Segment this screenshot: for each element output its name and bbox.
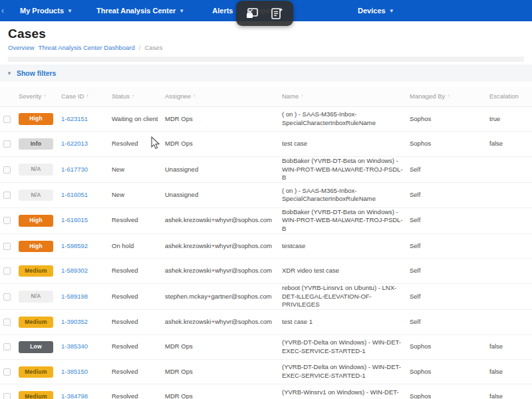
column-header-escalation[interactable]: Escalation — [489, 92, 532, 101]
row-checkbox[interactable] — [3, 293, 11, 301]
name-cell: ( on ) - SAAS-M365-Inbox-SpecialCharacte… — [282, 187, 410, 204]
status-cell: Resolved — [112, 293, 165, 301]
row-checkbox[interactable] — [3, 343, 11, 350]
case-id-cell: 1-617730 — [61, 166, 112, 174]
severity-cell: Medium — [19, 391, 61, 399]
row-checkbox[interactable] — [3, 166, 11, 174]
nav-item-devices[interactable]: Devices ▼ — [358, 7, 394, 15]
severity-cell: Medium — [19, 366, 61, 378]
status-cell: Resolved — [112, 267, 165, 275]
column-header-assignee[interactable]: Assignee↑ — [165, 92, 282, 101]
row-checkbox[interactable] — [3, 217, 11, 224]
severity-badge: Low — [19, 341, 53, 352]
case-id-link[interactable]: 1-617730 — [61, 166, 88, 173]
column-header-severity[interactable]: Severity↑ — [19, 92, 61, 101]
case-id-cell: 1-616015 — [61, 216, 112, 225]
case-id-link[interactable]: 1-384798 — [61, 392, 88, 399]
row-checkbox-cell — [0, 393, 19, 399]
managed-by-cell: Sophos — [410, 342, 489, 351]
column-header-case-id[interactable]: Case ID↑ — [61, 92, 112, 101]
column-header-name[interactable]: Name↑ — [282, 92, 410, 101]
row-checkbox[interactable] — [3, 140, 11, 148]
name-cell: (YVRB-DT-Delta on Windows) - WIN-DET-EXE… — [282, 338, 410, 356]
chevron-left-icon[interactable]: ‹ — [1, 6, 11, 15]
cases-table: Severity↑ Case ID↑ Status↑ Assignee↑ Nam… — [0, 87, 532, 399]
managed-by-cell: Self — [410, 318, 489, 327]
nav-item-threat-analysis-center[interactable]: Threat Analysis Center ▼ — [96, 7, 184, 15]
table-header-row: Severity↑ Case ID↑ Status↑ Assignee↑ Nam… — [0, 87, 532, 107]
case-id-link[interactable]: 1-623151 — [61, 115, 88, 122]
assignee-cell: stephen.mckay+gartner@sophos.com — [165, 293, 282, 301]
row-checkbox[interactable] — [3, 243, 11, 250]
nav-item-alerts[interactable]: Alerts — [212, 7, 233, 15]
case-id-cell: 1-385150 — [61, 368, 112, 376]
case-id-cell: 1-589302 — [61, 267, 112, 275]
name-cell: BobBaker (YVRB-DT-Beta on Windows) - WIN… — [282, 157, 410, 182]
status-cell: Resolved — [112, 368, 165, 376]
column-header-status[interactable]: Status↑ — [112, 92, 165, 101]
case-id-link[interactable]: 1-622013 — [61, 140, 88, 147]
table-row: High1-623151Waiting on clientMDR Ops( on… — [0, 107, 532, 132]
severity-cell: Medium — [19, 317, 61, 328]
row-checkbox[interactable] — [3, 319, 11, 326]
table-row: Low1-385340ResolvedMDR Ops(YVRB-DT-Delta… — [0, 335, 532, 360]
case-id-link[interactable]: 1-616015 — [61, 216, 88, 223]
table-row: High1-616015Resolvedashek.krezowski+whyv… — [0, 208, 532, 234]
page-title: Cases — [8, 27, 524, 41]
managed-by-cell: Sophos — [410, 140, 489, 148]
name-cell: (YVRB-DT-Delta on Windows) - WIN-DET-EXE… — [282, 363, 410, 380]
case-id-link[interactable]: 1-589302 — [61, 267, 88, 274]
row-checkbox-cell — [0, 217, 19, 224]
severity-cell: High — [19, 113, 61, 124]
row-checkbox[interactable] — [3, 267, 11, 275]
row-checkbox[interactable] — [3, 116, 11, 123]
column-header-managed-by[interactable]: Managed By↑ — [410, 92, 489, 101]
sort-icon: ↑ — [193, 93, 196, 100]
show-filters-toggle[interactable]: Show filters — [17, 69, 57, 77]
severity-badge: N/A — [19, 190, 53, 201]
screen-share-icon[interactable] — [246, 7, 259, 19]
breadcrumb-link-overview[interactable]: Overview — [8, 44, 35, 51]
name-cell: test case — [282, 140, 410, 148]
case-id-link[interactable]: 1-616051 — [61, 191, 88, 198]
case-id-link[interactable]: 1-390352 — [61, 318, 88, 325]
row-checkbox-cell — [0, 343, 19, 350]
managed-by-cell: Self — [410, 166, 489, 174]
nav-item-my-products[interactable]: My Products ▼ — [20, 7, 72, 15]
table-row: High1-598592On holdashek.krezowski+whyvr… — [0, 234, 532, 259]
row-checkbox[interactable] — [3, 192, 11, 199]
table-row: Info1-622013ResolvedMDR Opstest caseSoph… — [0, 132, 532, 156]
row-checkbox-cell — [0, 368, 19, 376]
case-id-link[interactable]: 1-598592 — [61, 242, 88, 249]
case-id-link[interactable]: 1-589198 — [61, 293, 88, 300]
breadcrumb-separator: / — [139, 44, 141, 51]
chevron-down-icon: ▼ — [67, 8, 72, 14]
status-cell: On hold — [112, 242, 165, 251]
case-id-cell: 1-589198 — [61, 293, 112, 301]
status-cell: New — [112, 166, 165, 174]
filters-bar: ▼ Show filters — [0, 65, 532, 82]
case-id-cell: 1-384798 — [61, 392, 112, 399]
severity-badge: High — [19, 113, 53, 124]
severity-cell: Medium — [19, 265, 61, 277]
severity-badge: Info — [19, 138, 53, 150]
assignee-cell: Unassigned — [165, 191, 282, 200]
name-cell: reboot (YVRB-Linsrv1 on Ubuntu) - LNX-DE… — [282, 284, 410, 309]
row-checkbox[interactable] — [3, 393, 11, 399]
severity-cell: High — [19, 215, 61, 226]
breadcrumb-link-tac-dashboard[interactable]: Threat Analysis Center Dashboard — [39, 44, 135, 51]
severity-badge: N/A — [19, 291, 53, 302]
assignee-cell: MDR Ops — [165, 115, 282, 124]
nav-item-label: Alerts — [212, 7, 233, 15]
severity-cell: N/A — [19, 190, 61, 201]
case-id-link[interactable]: 1-385340 — [61, 342, 88, 350]
row-checkbox-cell — [0, 166, 19, 174]
table-row: N/A1-589198Resolvedstephen.mckay+gartner… — [0, 284, 532, 310]
ai-notes-icon[interactable] — [270, 7, 283, 20]
status-cell: Resolved — [112, 216, 165, 225]
case-id-link[interactable]: 1-385150 — [61, 368, 88, 375]
row-checkbox-cell — [0, 319, 19, 326]
row-checkbox-cell — [0, 267, 19, 275]
row-checkbox[interactable] — [3, 368, 11, 376]
managed-by-cell: Self — [410, 242, 489, 251]
